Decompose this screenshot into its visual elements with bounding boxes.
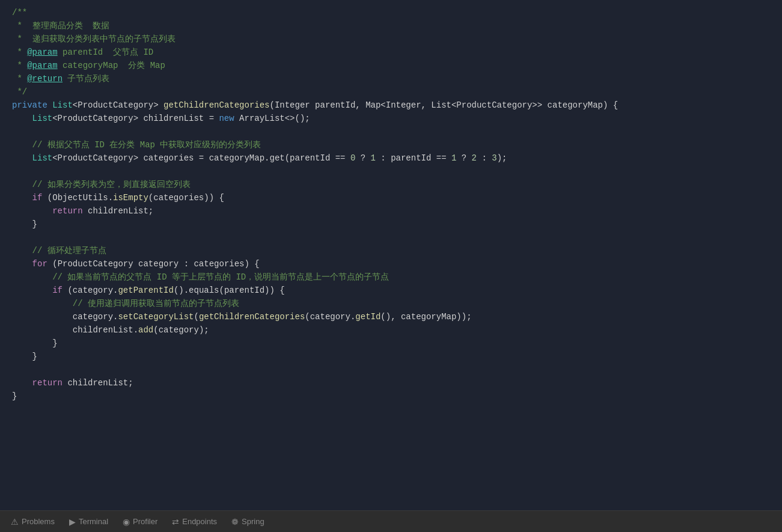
code-line: childrenList.add(category); bbox=[0, 323, 782, 337]
code-line: * @return 子节点列表 bbox=[0, 72, 782, 85]
code-line: // 如果当前节点的父节点 ID 等于上层节点的 ID，说明当前节点是上一个节点… bbox=[0, 271, 782, 284]
code-line: // 如果分类列表为空，则直接返回空列表 bbox=[0, 178, 782, 191]
code-line bbox=[0, 231, 782, 244]
code-line: category.setCategoryList(getChildrenCate… bbox=[0, 310, 782, 323]
code-line: } bbox=[0, 390, 782, 403]
tab-label: Spring bbox=[242, 517, 264, 526]
code-editor: /** * 整理商品分类 数据 * 递归获取分类列表中节点的子节点列表 * @p… bbox=[0, 0, 782, 510]
code-line: * @param categoryMap 分类 Map bbox=[0, 59, 782, 72]
problems-icon: ⚠ bbox=[11, 517, 19, 527]
code-line: if (category.getParentId().equals(parent… bbox=[0, 284, 782, 297]
bottom-tab-profiler[interactable]: ◉Profiler bbox=[117, 515, 163, 529]
code-line: */ bbox=[0, 85, 782, 99]
bottom-tab-endpoints[interactable]: ⇄Endpoints bbox=[166, 515, 223, 529]
tab-label: Problems bbox=[22, 517, 55, 526]
code-line: * @param parentId 父节点 ID bbox=[0, 46, 782, 59]
code-line: List<ProductCategory> childrenList = new… bbox=[0, 112, 782, 125]
bottom-toolbar: ⚠Problems▶Terminal◉Profiler⇄Endpoints❁Sp… bbox=[0, 510, 782, 532]
code-line bbox=[0, 125, 782, 138]
code-line: for (ProductCategory category : categori… bbox=[0, 257, 782, 271]
endpoints-icon: ⇄ bbox=[172, 517, 179, 527]
code-line: return childrenList; bbox=[0, 376, 782, 390]
code-line: } bbox=[0, 337, 782, 350]
code-line: * 递归获取分类列表中节点的子节点列表 bbox=[0, 32, 782, 46]
code-line: /** bbox=[0, 6, 782, 19]
code-line: if (ObjectUtils.isEmpty(categories)) { bbox=[0, 191, 782, 204]
profiler-icon: ◉ bbox=[123, 517, 130, 527]
code-line: // 根据父节点 ID 在分类 Map 中获取对应级别的分类列表 bbox=[0, 138, 782, 151]
code-line bbox=[0, 165, 782, 178]
bottom-tab-terminal[interactable]: ▶Terminal bbox=[63, 515, 114, 529]
code-line: List<ProductCategory> categories = categ… bbox=[0, 151, 782, 165]
code-line: // 循环处理子节点 bbox=[0, 244, 782, 257]
code-line: } bbox=[0, 218, 782, 231]
bottom-tab-problems[interactable]: ⚠Problems bbox=[5, 515, 61, 529]
code-line: return childrenList; bbox=[0, 204, 782, 218]
tab-label: Endpoints bbox=[182, 517, 217, 526]
code-line: } bbox=[0, 350, 782, 363]
code-line: * 整理商品分类 数据 bbox=[0, 19, 782, 32]
tab-label: Terminal bbox=[79, 517, 108, 526]
spring-icon: ❁ bbox=[231, 517, 239, 527]
code-line bbox=[0, 363, 782, 376]
bottom-tab-spring[interactable]: ❁Spring bbox=[225, 515, 270, 529]
code-line: // 使用递归调用获取当前节点的子节点列表 bbox=[0, 297, 782, 310]
terminal-icon: ▶ bbox=[69, 517, 76, 527]
tab-label: Profiler bbox=[133, 517, 157, 526]
code-line: private List<ProductCategory> getChildre… bbox=[0, 99, 782, 112]
